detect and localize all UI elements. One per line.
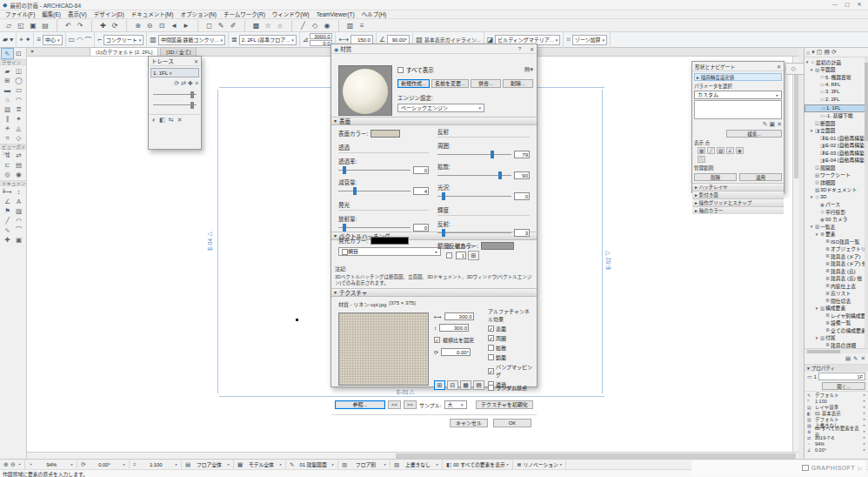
tree-item[interactable]: ▤ ワークシート [805, 171, 868, 179]
tree-item[interactable]: ▾ ▥ 構成要素 [805, 305, 868, 312]
toolbox-section-document[interactable]: ドキュメント [0, 180, 26, 186]
quick-option-segment[interactable]: ≣ リノベーション ▸ [513, 460, 566, 470]
toolbar-icon[interactable]: ◉ [321, 20, 333, 31]
toolbox-tool[interactable]: ◉ [13, 170, 24, 179]
options-panel-titlebar[interactable]: 形状とナビゲート ✕ [692, 62, 784, 71]
toolbar-icon[interactable]: ▥ [338, 20, 356, 31]
tree-item[interactable]: ≣ 建具表 (窓) 他 [805, 275, 868, 283]
dialog-menu-icon[interactable]: ▤▾ [524, 66, 533, 73]
toolbox-tool[interactable]: ⌒ [13, 225, 24, 235]
tree-item[interactable]: ▧ 3Dドキュメント [805, 186, 868, 194]
elevation-line-left[interactable] [217, 90, 218, 393]
tree-item[interactable]: ◨ E-01 (自動再構築) [805, 134, 868, 142]
toolbox-tool[interactable]: ≣ [13, 104, 24, 114]
merge-material-button[interactable]: 併合... [471, 79, 501, 88]
toolbox-tool[interactable]: ╱ [2, 216, 13, 225]
toolbar-icon[interactable]: ▱ [3, 20, 15, 31]
parameter-slider[interactable] [437, 151, 511, 158]
collapsed-section-header[interactable]: ▸軸のカラー [692, 206, 784, 214]
zoom-fit-icon[interactable]: ◔ [17, 461, 21, 467]
tree-item[interactable]: ◨ E-04 (自動再構築) [805, 157, 868, 165]
dialog-titlebar[interactable]: ◉ 材質 ? ✕ [331, 44, 537, 54]
toolbox-tool[interactable]: ⇖ [2, 49, 13, 58]
collapsed-section-header[interactable]: ▸ハッチレイヤ [692, 183, 784, 191]
toolbar-icon[interactable]: ✚ [91, 20, 109, 31]
menu-item[interactable]: チームワーク(R) [220, 10, 269, 19]
navigator-action-icon[interactable]: ▤ [845, 355, 851, 362]
view-tab[interactable]: [3D / 全て] [160, 47, 197, 56]
toolbox-tool[interactable]: ◠ [13, 95, 24, 104]
zone-segment[interactable]: ⌗ ゾーン加算▾ [564, 32, 611, 48]
trace-option-icon[interactable]: ✕ [177, 117, 183, 124]
toolbox-tool[interactable]: ◫ [13, 66, 24, 76]
toolbar-icon[interactable]: ✎ [215, 20, 227, 31]
parameter-field[interactable]: 79 [514, 151, 530, 158]
view-setting-row[interactable]: ≣ 00 すべての要素を表示 ▸ [805, 428, 868, 434]
toolbox-tool[interactable]: ▭ [13, 85, 24, 95]
collapsed-section-header[interactable]: ▸影付き面 [692, 191, 784, 198]
display-option-icon[interactable]: ╱ [707, 147, 715, 154]
apply-preset-button[interactable]: 適用 [739, 173, 782, 181]
texture-width-field[interactable]: 300.0 [444, 312, 474, 320]
options-edit-icon[interactable]: ✎ [763, 121, 768, 128]
new-material-button[interactable]: 新規作成... [397, 79, 430, 88]
tree-item[interactable]: ▭ 1. 1FL [805, 104, 868, 112]
tree-item[interactable]: ◫ 断面図 [805, 119, 868, 127]
zoom-out-icon[interactable]: ⊖ [10, 461, 16, 468]
tree-item[interactable]: ≣ 建具表 (ドア) 他 [805, 260, 868, 268]
toolbox-tool[interactable]: ✦ [13, 114, 24, 124]
toolbox-tool[interactable]: ▰ [2, 66, 13, 76]
toolbar-icon[interactable]: ◄ [168, 20, 180, 31]
parameter-field[interactable]: 3 [514, 229, 530, 237]
close-button[interactable]: ✕ [853, 0, 865, 10]
toolbox-tool[interactable]: ⊞ [2, 76, 13, 85]
elevation-marker-e04[interactable]: E-04▷ [206, 231, 213, 251]
delete-material-button[interactable]: 削除... [503, 79, 533, 88]
tree-item[interactable]: ◉ 00 カメラ [805, 216, 868, 224]
texture-height-field[interactable]: 300.0 [439, 324, 469, 332]
tree-item[interactable]: ≣ 建具の詳細 [805, 341, 868, 348]
help-icon[interactable]: ? [518, 46, 521, 51]
tool-preview-segment[interactable]: ▰▾ [0, 32, 17, 48]
structure-segment[interactable]: ⌐ コンクリート▾ [95, 32, 147, 48]
toolbar-icon[interactable]: ▤ [39, 20, 51, 31]
navigator-action-icon[interactable]: ✎ [853, 355, 858, 362]
parameter-listbox[interactable] [694, 100, 782, 119]
tree-item[interactable]: ≣ 間仕切表 [805, 297, 868, 305]
toolbar-icon[interactable]: ⊖ [144, 20, 156, 31]
wall-base-field[interactable]: 0.0 [310, 40, 332, 46]
zone-dropdown[interactable]: ゾーン加算▾ [572, 35, 607, 45]
alpha-option-checkbox[interactable]: ✓ [488, 335, 494, 341]
trace-action-icon[interactable]: ⟳ [174, 80, 179, 87]
toolbox-tool[interactable]: ⇄ [13, 151, 24, 160]
toolbox-tool[interactable]: ∠ [2, 197, 13, 206]
toolbox-tool[interactable]: ⇅ [2, 151, 13, 160]
tree-item[interactable]: ◎ 詳細図 [805, 178, 868, 186]
toolbox-tool[interactable]: ◯ [13, 76, 24, 85]
display-option-icon[interactable]: ∠ [726, 147, 734, 154]
story-name-field[interactable]: 1F [818, 373, 865, 380]
quick-option-segment[interactable]: ◧ 00 すべての要素を表示 ▸ [443, 460, 513, 470]
pen-picker-icon[interactable]: ⊞ [468, 251, 479, 260]
preset-dropdown[interactable]: カスタム▸ [694, 91, 782, 99]
trace-action-icon[interactable]: ⇄ [181, 80, 186, 87]
tiling-mode-button[interactable]: ▦ [460, 380, 471, 390]
view-tab[interactable]: (1)のデフォルト [2. 2FL] [90, 47, 158, 56]
canvas-horizontal-scrollbar[interactable] [27, 452, 798, 459]
tree-item[interactable]: ◨ E-03 (自動再構築) [805, 149, 868, 157]
geometry-method-segment[interactable]: ▭◠⌒ [66, 32, 96, 48]
trace-option-icon[interactable]: ◐ [152, 117, 156, 124]
tree-item[interactable]: ▾ ⌂ 最初の計画 [805, 58, 868, 66]
next-texture-button[interactable]: >> [404, 400, 417, 409]
minimize-button[interactable]: — [829, 0, 841, 10]
toolbox-tool[interactable]: ☀ [2, 124, 13, 133]
elevation-line-right[interactable] [602, 90, 603, 393]
menu-item[interactable]: ドキュメント(M) [128, 10, 177, 19]
alpha-option-checkbox[interactable]: ✓ [488, 326, 494, 332]
tree-item[interactable]: ≣ 全ての構成要素 [805, 326, 868, 334]
reference-intensity-slider[interactable] [153, 102, 197, 109]
hatch-dropdown[interactable]: 網目▸ [338, 247, 441, 256]
engine-dropdown[interactable]: ベーシックエンジン▾ [397, 104, 484, 112]
tree-item[interactable]: ▭ 3. 3FL [805, 88, 868, 96]
tree-item[interactable]: ▾ ≣ 要素 [805, 231, 868, 238]
